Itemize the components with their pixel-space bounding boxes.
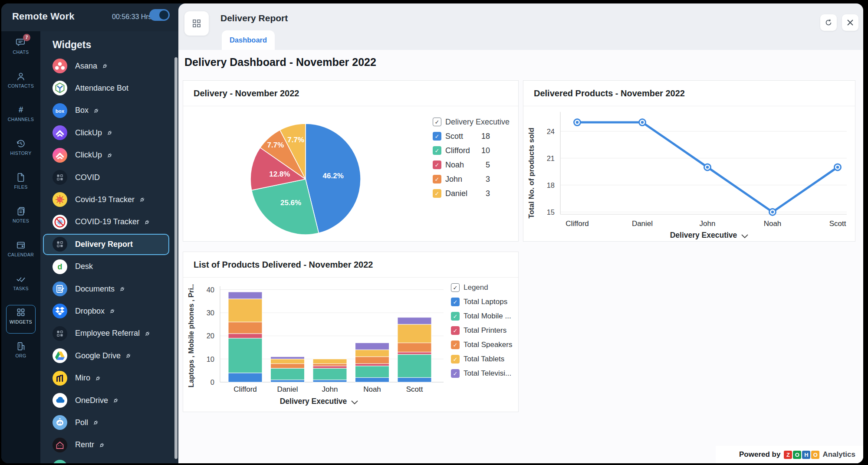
legend-row[interactable]: ✓Total Speakers	[451, 341, 517, 349]
bar-segment-daniel-1[interactable]	[271, 368, 305, 380]
x-axis-title[interactable]: Delivery Executive	[280, 397, 347, 406]
legend-row[interactable]: ✓Clifford10	[433, 146, 490, 155]
legend-header[interactable]: ✓Legend	[451, 283, 517, 292]
legend-checkbox[interactable]: ✓	[433, 175, 441, 183]
bar-segment-clifford-4[interactable]	[228, 299, 262, 322]
legend-checkbox[interactable]: ✓	[451, 283, 460, 292]
bar-segment-daniel-0[interactable]	[271, 380, 305, 382]
legend-checkbox[interactable]: ✓	[451, 326, 460, 335]
line-point-clifford[interactable]	[574, 119, 581, 126]
legend-checkbox[interactable]: ✓	[451, 369, 460, 378]
close-button[interactable]	[842, 14, 858, 31]
widget-item-covid[interactable]: COVID	[40, 167, 174, 189]
zoho-tile: O	[811, 451, 819, 459]
rail-item-chats[interactable]: 7CHATS	[1, 36, 40, 65]
legend-checkbox[interactable]: ✓	[433, 146, 441, 155]
bar-segment-scott-5[interactable]	[398, 318, 431, 324]
bar-segment-scott-0[interactable]	[398, 377, 431, 382]
tab-dashboard[interactable]: Dashboard	[222, 30, 275, 50]
widget-grid-button[interactable]	[184, 11, 209, 36]
legend-row[interactable]: ✓Scott18	[433, 132, 490, 141]
rail-item-channels[interactable]: #CHANNELS	[1, 103, 40, 132]
rail-item-notes[interactable]: NOTES	[1, 205, 40, 233]
bar-segment-clifford-1[interactable]	[228, 338, 262, 373]
refresh-button[interactable]	[820, 14, 837, 31]
rail-item-org[interactable]: ORG	[1, 340, 40, 368]
bar-segment-noah-1[interactable]	[355, 366, 389, 378]
widget-item-dropbox[interactable]: Dropbox	[40, 300, 174, 322]
asana-icon	[53, 59, 67, 73]
legend-checkbox[interactable]: ✓	[433, 118, 441, 126]
legend-checkbox[interactable]: ✓	[451, 355, 460, 363]
line-point-john[interactable]	[704, 164, 711, 170]
line-point-scott[interactable]	[835, 164, 841, 170]
bar-segment-clifford-0[interactable]	[228, 373, 262, 382]
bar-segment-clifford-2[interactable]	[228, 334, 262, 338]
legend-checkbox[interactable]: ✓	[433, 189, 441, 198]
rail-item-tasks[interactable]: TASKS	[1, 272, 40, 301]
bar-segment-noah-3[interactable]	[355, 357, 389, 363]
widget-item-covid-19-tracker[interactable]: Covid-19 Tracker	[40, 189, 174, 211]
bar-segment-noah-0[interactable]	[355, 377, 389, 382]
legend-row[interactable]: ✓Total Laptops	[451, 298, 517, 306]
widget-item-desk[interactable]: dDesk	[40, 255, 174, 278]
widget-item-clickup[interactable]: ClickUp	[40, 144, 174, 166]
line-point-daniel[interactable]	[639, 119, 646, 126]
legend-checkbox[interactable]: ✓	[433, 160, 441, 169]
widget-item-partial[interactable]	[40, 456, 174, 463]
widget-item-employee-referral[interactable]: Employee Referral	[40, 322, 174, 344]
bar-segment-scott-3[interactable]	[398, 343, 431, 352]
timer-toggle[interactable]	[149, 9, 170, 21]
widget-item-clickup[interactable]: ClickUp	[40, 122, 174, 144]
bar-segment-john-3[interactable]	[313, 363, 347, 366]
legend-row[interactable]: ✓Total Tablets	[451, 355, 517, 363]
widget-item-box[interactable]: boxBox	[40, 99, 174, 121]
legend-checkbox[interactable]: ✓	[451, 298, 460, 306]
bar-segment-daniel-3[interactable]	[271, 363, 305, 368]
bar-segment-noah-2[interactable]	[355, 363, 389, 366]
widget-item-miro[interactable]: Miro	[40, 367, 174, 389]
legend-row[interactable]: ✓John3	[433, 175, 490, 183]
legend-row[interactable]: ✓Total Printers	[451, 326, 517, 335]
widget-item-rentr[interactable]: Rentr	[40, 434, 174, 456]
bar-segment-daniel-5[interactable]	[271, 357, 305, 359]
poll-icon	[53, 415, 67, 430]
bar-segment-john-1[interactable]	[313, 368, 347, 380]
bar-segment-john-0[interactable]	[313, 380, 347, 382]
rail-item-files[interactable]: FILES	[1, 171, 40, 200]
x-axis-title[interactable]: Delivery Executive	[670, 231, 737, 239]
legend-row[interactable]: ✓Total Televisi...	[451, 369, 517, 378]
legend-row[interactable]: ✓Total Mobile ...	[451, 312, 517, 321]
bar-segment-clifford-3[interactable]	[228, 322, 262, 334]
widgets-scrollbar[interactable]	[174, 57, 178, 459]
widget-item-documents[interactable]: Documents	[40, 278, 174, 300]
bar-segment-scott-1[interactable]	[398, 354, 431, 377]
legend-checkbox[interactable]: ✓	[451, 312, 460, 321]
legend-checkbox[interactable]: ✓	[451, 341, 460, 349]
rail-item-contacts[interactable]: CONTACTS	[1, 70, 40, 98]
widget-item-poll[interactable]: Poll	[40, 412, 174, 434]
bar-segment-noah-5[interactable]	[355, 343, 389, 350]
rail-item-calendar[interactable]: CALENDAR	[1, 239, 40, 267]
line-point-noah[interactable]	[769, 209, 776, 215]
bar-segment-scott-4[interactable]	[398, 324, 431, 343]
legend-header[interactable]: ✓Delivery Executive	[433, 118, 490, 126]
widget-item-delivery-report[interactable]: Delivery Report	[40, 233, 174, 255]
widget-item-covid-19-tracker[interactable]: COVID-19 Tracker	[40, 211, 174, 233]
widget-item-google-drive[interactable]: Google Drive	[40, 345, 174, 367]
pie-chart: 46.2%25.6%12.8%7.7%7.7%	[183, 106, 426, 242]
bar-segment-daniel-4[interactable]	[271, 359, 305, 364]
bar-segment-clifford-5[interactable]	[228, 292, 262, 299]
legend-checkbox[interactable]: ✓	[433, 132, 441, 141]
legend-row[interactable]: ✓Daniel3	[433, 189, 490, 198]
widget-item-onedrive[interactable]: OneDrive	[40, 390, 174, 412]
bar-segment-john-2[interactable]	[313, 366, 347, 368]
legend-row[interactable]: ✓Noah5	[433, 160, 490, 169]
rail-item-widgets[interactable]: WIDGETS	[1, 306, 40, 334]
rail-item-history[interactable]: HISTORY	[1, 137, 40, 166]
widget-item-attendance-bot[interactable]: Attendance Bot	[40, 77, 174, 99]
bar-segment-john-4[interactable]	[313, 359, 347, 364]
bar-segment-noah-4[interactable]	[355, 350, 389, 357]
widget-item-asana[interactable]: Asana	[40, 55, 174, 77]
bar-segment-scott-2[interactable]	[398, 352, 431, 354]
